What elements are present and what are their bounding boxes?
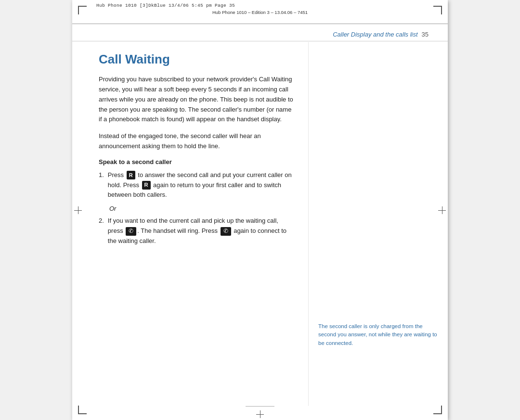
list-item-2: 2. If you want to end the current call a… bbox=[99, 216, 294, 246]
body-paragraph-1: Providing you have subscribed to your ne… bbox=[99, 75, 294, 125]
numbered-list-2: 2. If you want to end the current call a… bbox=[99, 216, 294, 246]
header-line1: Hub Phone 1010 [3]DkBlue 13/4/06 5:45 pm… bbox=[96, 3, 235, 8]
header-line2: Hub Phone 1010 – Edition 3 – 13.04.06 – … bbox=[212, 10, 308, 15]
side-note: The second caller is only charged from t… bbox=[318, 322, 438, 348]
phone-icon-btn-1: ✆ bbox=[126, 227, 136, 236]
body-paragraph-2: Instead of the engaged tone, the second … bbox=[99, 131, 294, 152]
corner-mark-br bbox=[433, 406, 442, 414]
list-item-1: 1. Press R to answer the second call and… bbox=[99, 170, 294, 200]
content-right: The second caller is only charged from t… bbox=[308, 42, 448, 406]
list-num-2: 2. bbox=[99, 216, 104, 246]
numbered-list: 1. Press R to answer the second call and… bbox=[99, 170, 294, 200]
page-header-top: Hub Phone 1010 [3]DkBlue 13/4/06 5:45 pm… bbox=[72, 0, 448, 24]
or-text: Or bbox=[109, 205, 294, 212]
page-container: Hub Phone 1010 [3]DkBlue 13/4/06 5:45 pm… bbox=[72, 0, 448, 420]
phone-icon-btn-2: ✆ bbox=[221, 227, 231, 236]
cross-mark-bottom bbox=[256, 410, 264, 418]
list-num-1: 1. bbox=[99, 170, 104, 200]
content-left: Call Waiting Providing you have subscrib… bbox=[72, 42, 308, 406]
list-body-1: Press R to answer the second call and pu… bbox=[108, 170, 294, 200]
section-page-num: 35 bbox=[422, 31, 429, 38]
section-title-text: Caller Display and the calls list bbox=[333, 31, 417, 38]
main-content: Call Waiting Providing you have subscrib… bbox=[72, 42, 448, 406]
list-body-2: If you want to end the current call and … bbox=[108, 216, 294, 246]
subheading: Speak to a second caller bbox=[99, 158, 294, 165]
section-title-bar: Caller Display and the calls list 35 bbox=[72, 28, 448, 41]
r-key-btn-2: R bbox=[142, 181, 151, 190]
chapter-heading: Call Waiting bbox=[99, 52, 294, 67]
corner-mark-bl bbox=[78, 406, 87, 414]
r-key-btn-1: R bbox=[127, 171, 135, 179]
bottom-divider bbox=[246, 406, 274, 407]
